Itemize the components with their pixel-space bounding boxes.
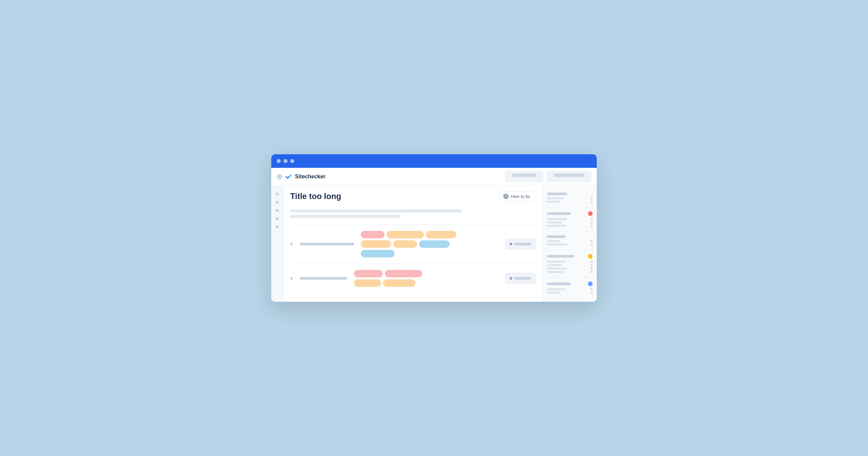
sidebar-group-1 — [547, 189, 593, 208]
sub-dot-3-2 — [591, 243, 593, 245]
sub-dot-2-2 — [591, 221, 593, 223]
sub-label-4-3 — [547, 267, 567, 270]
sidebar-label-5 — [547, 282, 571, 285]
sidebar-sub-row-5-1 — [547, 288, 593, 290]
tags-row-1-3 — [361, 250, 498, 257]
sidebar-group-2 — [547, 208, 593, 232]
sidebar-sub-row-2-1 — [547, 218, 593, 220]
sidebar-group-4 — [547, 251, 593, 278]
sub-label-2-2 — [547, 221, 562, 223]
logo-check-icon — [285, 173, 292, 180]
sidebar-badge-orange — [588, 254, 593, 259]
sub-dot-4-1 — [591, 261, 593, 263]
table-row-2 — [290, 264, 536, 293]
sidebar-group-3 — [547, 232, 593, 251]
sub-label-5-1 — [547, 288, 566, 290]
sub-label-4-1 — [547, 261, 566, 263]
sub-dot-4-2 — [591, 264, 593, 266]
tag-orange-lg-1 — [387, 231, 424, 238]
logo-area: Sitechecker — [277, 173, 326, 180]
tag-pink-1 — [354, 270, 383, 277]
action-dot-1 — [510, 243, 512, 245]
sidebar-sub-row-2-3 — [547, 225, 593, 227]
nav-dot-4[interactable] — [276, 217, 279, 220]
browser-window: Sitechecker Title too long — [271, 154, 597, 302]
tag-blue-md-1 — [419, 240, 450, 248]
left-nav — [271, 186, 283, 302]
table-row — [290, 225, 536, 264]
tag-orange-2 — [383, 279, 415, 287]
sub-label-1-1 — [547, 197, 564, 199]
action-dot-2 — [510, 277, 512, 280]
tags-row-1-2 — [361, 240, 498, 248]
sub-dot-2-1 — [591, 218, 593, 220]
traffic-light-close[interactable] — [277, 159, 281, 163]
sub-label-4-2 — [547, 264, 562, 266]
header-button-1[interactable] — [505, 171, 543, 182]
inner-body: Title too long ? How to fix — [271, 186, 597, 302]
question-icon: ? — [503, 194, 509, 199]
sub-dot-1-2 — [591, 201, 593, 203]
tag-orange-1 — [354, 279, 381, 287]
sidebar-group-5 — [547, 278, 593, 298]
sidebar-label-2 — [547, 212, 571, 215]
sub-label-5-2 — [547, 292, 560, 294]
how-to-fix-label: How to fix — [511, 194, 530, 199]
action-bar-1 — [514, 243, 531, 245]
table-section — [290, 224, 536, 293]
header-button-2[interactable] — [547, 171, 591, 182]
sidebar-row-4-main — [547, 254, 593, 259]
tag-pink-sm-1 — [361, 231, 384, 238]
nav-dot-3[interactable] — [276, 209, 279, 212]
action-button-1[interactable] — [505, 239, 536, 250]
sidebar-sub-row-4-1 — [547, 261, 593, 263]
tags-row-1-1 — [361, 231, 498, 238]
sub-dot-3-1 — [591, 240, 593, 242]
sub-dot-5-1 — [591, 288, 593, 290]
nav-dot-1[interactable] — [276, 193, 279, 196]
sub-dot-4-4 — [591, 271, 593, 273]
tags-row-2-1 — [354, 270, 498, 277]
sidebar-row-5-main — [547, 281, 593, 286]
sidebar-sub-row-4-4 — [547, 271, 593, 273]
sub-dot-1-1 — [591, 197, 593, 199]
desc-bar-long — [290, 210, 462, 212]
browser-titlebar — [271, 154, 597, 168]
header-btn-inner-1 — [512, 174, 536, 177]
sidebar-sub-row-4-3 — [547, 267, 593, 270]
sidebar-sub-row-4-2 — [547, 264, 593, 266]
desc-bar-short — [290, 215, 401, 218]
tags-row-2-2 — [354, 279, 498, 287]
sub-dot-5-2 — [591, 292, 593, 294]
traffic-light-maximize[interactable] — [290, 159, 294, 163]
tags-area-1 — [361, 231, 498, 257]
section-header: Title too long ? How to fix — [290, 191, 536, 204]
sidebar-label-3 — [547, 235, 566, 238]
url-bar-2 — [300, 277, 347, 280]
sidebar-badge-red — [588, 211, 593, 216]
action-button-2[interactable] — [505, 273, 536, 284]
center-content: Title too long ? How to fix — [283, 186, 542, 302]
row-url-2 — [300, 277, 347, 280]
description-bars — [290, 210, 536, 218]
section-title: Title too long — [290, 192, 341, 201]
sub-label-2-3 — [547, 225, 566, 227]
nav-dot-2[interactable] — [276, 201, 279, 204]
row-url-1 — [300, 243, 354, 245]
action-bar-2 — [514, 277, 531, 280]
logo-text: Sitechecker — [295, 174, 326, 180]
traffic-light-minimize[interactable] — [283, 159, 288, 163]
sidebar-sub-row-1-2 — [547, 201, 593, 203]
sub-label-1-2 — [547, 201, 560, 203]
header-btn-inner-2 — [554, 174, 584, 177]
sub-dot-4-3 — [591, 267, 593, 270]
tag-orange-sm-1 — [393, 240, 417, 248]
nav-dot-5[interactable] — [276, 225, 279, 229]
sidebar-sub-row-1-1 — [547, 197, 593, 199]
tags-area-2 — [354, 270, 498, 287]
tag-blue-lg-1 — [361, 250, 395, 257]
tag-pink-2 — [385, 270, 422, 277]
logo-circle — [277, 174, 282, 179]
sidebar-row-3-main — [547, 235, 593, 238]
how-to-fix-button[interactable]: ? How to fix — [497, 191, 536, 201]
